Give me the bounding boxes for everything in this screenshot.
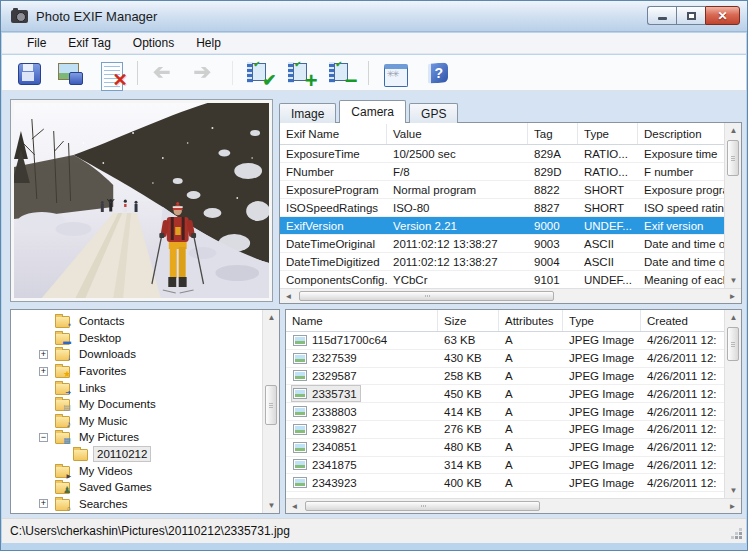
tree-item[interactable]: Links	[11, 379, 262, 396]
exif-table-row[interactable]: ExifVersion Version 2.21 9000 UNDEF... E…	[280, 217, 724, 235]
file-row[interactable]: 2335731 450 KB A JPEG Image 4/26/2011 12…	[286, 385, 724, 403]
exif-table-row[interactable]: DateTimeOriginal 2011:02:12 13:38:27 900…	[280, 235, 724, 253]
exif-table-row[interactable]: ISOSpeedRatings ISO-80 8827 SHORT ISO sp…	[280, 199, 724, 217]
tree-expander-icon[interactable]	[39, 350, 48, 359]
exif-column-header[interactable]: Exif Name	[280, 123, 387, 144]
minimize-button[interactable]	[647, 6, 676, 25]
file-vertical-scrollbar[interactable]: ▲ ▼	[724, 310, 741, 498]
accept-tag-button[interactable]	[241, 58, 278, 88]
scroll-down-icon[interactable]: ▼	[725, 483, 741, 498]
maximize-button[interactable]	[676, 6, 705, 25]
exif-type-cell: RATIO...	[578, 163, 638, 180]
exif-column-header[interactable]: Description	[638, 123, 724, 144]
tab-image[interactable]: Image	[279, 103, 336, 123]
resize-grip[interactable]	[739, 536, 742, 539]
tree-item[interactable]: Downloads	[11, 346, 262, 363]
menu-item[interactable]: Exif Tag	[57, 34, 121, 52]
save-image-button[interactable]	[51, 58, 88, 88]
scroll-right-icon[interactable]: ►	[724, 499, 741, 514]
delete-exif-button[interactable]	[92, 58, 129, 88]
exif-column-header[interactable]: Value	[387, 123, 528, 144]
exif-value-cell: Version 2.21	[387, 217, 528, 234]
exif-table-row[interactable]: ComponentsConfig... YCbCr 9101 UNDEF... …	[280, 271, 724, 288]
tab-camera[interactable]: Camera	[339, 100, 406, 123]
tree-item[interactable]: My Videos	[11, 462, 262, 479]
file-name-text: 2335731	[312, 388, 357, 400]
exif-value-cell: 10/2500 sec	[387, 145, 528, 162]
scroll-thumb[interactable]	[305, 501, 540, 511]
file-column-header[interactable]: Name	[286, 310, 438, 331]
tab-gps[interactable]: GPS	[409, 103, 458, 123]
file-row[interactable]: 2341875 314 KB A JPEG Image 4/26/2011 12…	[286, 457, 724, 475]
file-column-header[interactable]: Attributes	[499, 310, 563, 331]
menu-item[interactable]: File	[16, 34, 57, 52]
file-name-cell: 2339827	[286, 421, 438, 438]
title-bar[interactable]: Photo EXIF Manager ✕	[1, 1, 747, 32]
save-exif-button[interactable]	[10, 58, 47, 88]
tree-item[interactable]: Saved Games	[11, 479, 262, 496]
options-button[interactable]	[377, 58, 414, 88]
file-horizontal-scrollbar[interactable]: ◄ ►	[286, 498, 741, 513]
tree-expander-icon[interactable]	[39, 433, 48, 442]
scroll-thumb[interactable]	[299, 291, 554, 301]
tree-item[interactable]: My Music	[11, 413, 262, 430]
scroll-thumb[interactable]	[265, 385, 277, 425]
exif-value-cell: F/8	[387, 163, 528, 180]
tree-item[interactable]: My Documents	[11, 396, 262, 413]
remove-tag-button[interactable]	[323, 58, 360, 88]
file-name-cell: 2343923	[286, 474, 438, 491]
scroll-left-icon[interactable]: ◄	[280, 289, 297, 304]
help-button[interactable]	[418, 58, 455, 88]
exif-table-row[interactable]: ExposureTime 10/2500 sec 829A RATIO... E…	[280, 145, 724, 163]
scroll-up-icon[interactable]: ▲	[725, 310, 741, 325]
exif-description-cell: Meaning of each	[638, 271, 724, 288]
scroll-left-icon[interactable]: ◄	[286, 499, 303, 514]
scroll-thumb[interactable]	[727, 327, 739, 361]
exif-table-row[interactable]: DateTimeDigitized 2011:02:12 13:38:27 90…	[280, 253, 724, 271]
file-column-header[interactable]: Created	[641, 310, 724, 331]
exif-column-header[interactable]: Tag	[528, 123, 578, 144]
exif-table-row[interactable]: ExposureProgram Normal program 8822 SHOR…	[280, 181, 724, 199]
tree-item[interactable]: 20110212	[11, 446, 262, 463]
scroll-right-icon[interactable]: ►	[724, 289, 741, 304]
tree-item[interactable]: Contacts	[11, 313, 262, 330]
scroll-down-icon[interactable]: ▼	[263, 498, 280, 513]
tree-item[interactable]: Desktop	[11, 330, 262, 347]
tree-item[interactable]: Searches	[11, 496, 262, 513]
file-row[interactable]: 2340851 480 KB A JPEG Image 4/26/2011 12…	[286, 439, 724, 457]
file-row[interactable]: 2343923 400 KB A JPEG Image 4/26/2011 12…	[286, 474, 724, 492]
scroll-up-icon[interactable]: ▲	[725, 123, 741, 138]
exif-column-header[interactable]: Type	[578, 123, 638, 144]
scroll-down-icon[interactable]: ▼	[725, 273, 741, 288]
file-created-cell: 4/26/2011 12:	[641, 421, 724, 438]
tree-expander-icon[interactable]	[39, 367, 48, 376]
scroll-up-icon[interactable]: ▲	[263, 310, 280, 325]
file-row[interactable]: 115d71700c64 63 KB A JPEG Image 4/26/201…	[286, 332, 724, 350]
exif-type-cell: UNDEF...	[578, 271, 638, 288]
menu-item[interactable]: Help	[185, 34, 232, 52]
tree-item[interactable]: Favorites	[11, 363, 262, 380]
menu-item[interactable]: Options	[122, 34, 185, 52]
exif-table-body: ExposureTime 10/2500 sec 829A RATIO... E…	[280, 145, 724, 288]
tree-expander-icon[interactable]	[39, 499, 48, 508]
tree-vertical-scrollbar[interactable]: ▲ ▼	[262, 310, 279, 513]
previous-image-button[interactable]	[146, 58, 183, 88]
exif-vertical-scrollbar[interactable]: ▲ ▼	[724, 123, 741, 288]
close-button[interactable]: ✕	[705, 6, 740, 25]
exif-table-row[interactable]: FNumber F/8 829D RATIO... F number	[280, 163, 724, 181]
file-row[interactable]: 2339827 276 KB A JPEG Image 4/26/2011 12…	[286, 421, 724, 439]
tree-item[interactable]: My Pictures	[11, 429, 262, 446]
scroll-thumb[interactable]	[727, 140, 739, 176]
file-row[interactable]: 2329587 258 KB A JPEG Image 4/26/2011 12…	[286, 368, 724, 386]
file-name-text: 2341875	[312, 459, 357, 471]
file-row[interactable]: 2327539 430 KB A JPEG Image 4/26/2011 12…	[286, 350, 724, 368]
exif-horizontal-scrollbar[interactable]: ◄ ►	[280, 288, 741, 303]
file-created-cell: 4/26/2011 12:	[641, 385, 724, 402]
next-image-button[interactable]	[187, 58, 224, 88]
file-row[interactable]: 2338803 414 KB A JPEG Image 4/26/2011 12…	[286, 403, 724, 421]
file-column-header[interactable]: Size	[438, 310, 499, 331]
file-size-cell: 63 KB	[438, 332, 499, 349]
add-tag-button[interactable]	[282, 58, 319, 88]
file-column-header[interactable]: Type	[563, 310, 641, 331]
jpeg-image-icon	[293, 370, 307, 381]
